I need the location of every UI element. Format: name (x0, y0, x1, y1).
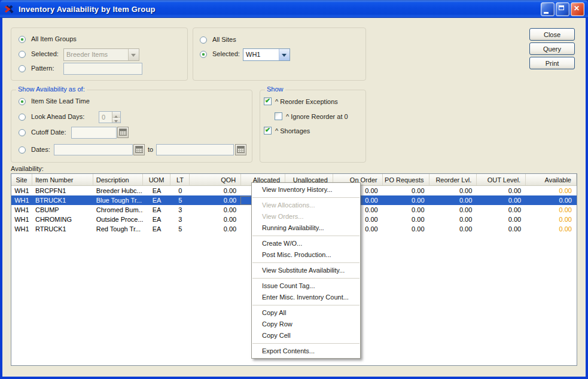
menu-item-copy-all[interactable]: Copy All (252, 307, 360, 319)
dialog-window: All Item Groups Selected: Breeder Items … (0, 0, 588, 379)
column-header-reorder-lvl[interactable]: Reorder Lvl. (429, 174, 477, 185)
minimize-button[interactable] (541, 2, 555, 16)
calendar-icon (237, 146, 245, 153)
table-cell[interactable]: 5 (170, 225, 190, 233)
table-cell[interactable]: 0.00 (190, 206, 241, 213)
table-cell[interactable]: 0.00 (526, 225, 577, 233)
all-item-groups-radio[interactable] (19, 36, 26, 43)
table-cell[interactable]: 0.00 (190, 216, 241, 223)
column-header-uom[interactable]: UOM (143, 174, 171, 185)
shortages-checkbox[interactable] (264, 127, 272, 135)
item-group-pattern-radio[interactable] (19, 65, 26, 72)
column-header-po-requests[interactable]: PO Requests (383, 174, 429, 185)
item-group-pattern-input (63, 63, 142, 75)
table-cell[interactable]: EA (143, 187, 171, 194)
cutoff-date-radio[interactable] (19, 129, 26, 136)
look-ahead-days-radio[interactable] (19, 114, 26, 121)
table-cell[interactable]: Outside Proce... (93, 216, 143, 223)
site-combobox[interactable]: WH1 (243, 48, 290, 61)
table-cell[interactable]: 3 (170, 216, 190, 223)
table-cell[interactable]: BTRUCK1 (32, 197, 93, 204)
ignore-reorder-checkbox[interactable] (275, 112, 282, 120)
column-header-out-level[interactable]: OUT Level. (477, 174, 526, 185)
table-cell[interactable]: BRCPFN1 (32, 187, 93, 194)
table-cell[interactable]: 0.00 (429, 225, 477, 233)
table-cell[interactable]: EA (143, 206, 171, 213)
menu-item-post-misc-production[interactable]: Post Misc. Production... (252, 249, 360, 261)
item-group-selected-radio[interactable] (19, 51, 26, 58)
table-cell[interactable]: 0.00 (190, 225, 241, 233)
menu-separator (252, 236, 359, 236)
print-button[interactable]: Print (529, 57, 575, 69)
close-button[interactable]: Close (529, 28, 575, 41)
table-cell[interactable]: 0.00 (526, 216, 577, 223)
table-cell[interactable]: 0.00 (383, 225, 429, 233)
table-cell[interactable]: Chromed Bum... (93, 206, 143, 213)
table-cell[interactable]: WH1 (11, 197, 32, 204)
item-site-lead-time-radio[interactable] (19, 98, 26, 105)
all-sites-radio[interactable] (200, 36, 207, 44)
table-cell[interactable]: Breeder Hubc... (93, 187, 143, 194)
item-group-combobox-value: Breeder Items (64, 49, 128, 60)
site-selected-label: Selected: (212, 50, 240, 57)
menu-item-copy-cell[interactable]: Copy Cell (252, 330, 360, 341)
table-cell[interactable]: EA (143, 225, 171, 233)
table-cell[interactable]: 3 (170, 206, 190, 213)
table-cell[interactable]: 0.00 (190, 197, 241, 204)
table-cell[interactable]: Blue Tough Tr... (93, 197, 143, 204)
app-logo-icon (4, 4, 14, 14)
column-header-site[interactable]: Site (11, 174, 32, 185)
table-cell[interactable]: CHROMING (32, 216, 93, 223)
table-cell[interactable]: EA (143, 197, 171, 204)
table-cell[interactable]: 0.00 (429, 206, 477, 213)
column-header-item-number[interactable]: Item Number (32, 174, 93, 185)
reorder-exceptions-checkbox[interactable] (264, 97, 272, 105)
table-cell[interactable]: 0 (170, 187, 190, 194)
menu-item-create-w-o[interactable]: Create W/O... (252, 238, 360, 249)
table-cell[interactable]: 0.00 (429, 187, 477, 194)
table-cell[interactable]: 0.00 (383, 206, 429, 213)
maximize-button[interactable] (556, 2, 569, 16)
menu-item-enter-misc-inventory-count[interactable]: Enter Misc. Inventory Count... (252, 292, 360, 303)
table-cell[interactable]: WH1 (11, 187, 32, 194)
site-selected-radio[interactable] (200, 51, 207, 58)
table-cell[interactable]: Red Tough Tr... (93, 225, 143, 233)
column-header-description[interactable]: Description (93, 174, 143, 185)
menu-item-running-availability[interactable]: Running Availability... (252, 222, 360, 234)
table-cell[interactable]: 0.00 (477, 197, 526, 204)
column-header-available[interactable]: Available (526, 174, 577, 185)
menu-item-copy-row[interactable]: Copy Row (252, 319, 360, 330)
menu-item-export-contents[interactable]: Export Contents... (252, 346, 360, 357)
table-cell[interactable]: 0.00 (477, 225, 526, 233)
menu-item-issue-count-tag[interactable]: Issue Count Tag... (252, 280, 360, 292)
table-cell[interactable]: 0.00 (477, 216, 526, 223)
window-close-button[interactable] (571, 2, 584, 16)
titlebar[interactable]: Inventory Availability by Item Group (0, 0, 588, 18)
table-cell[interactable]: RTRUCK1 (32, 225, 93, 233)
column-header-lt[interactable]: LT (170, 174, 190, 185)
table-cell[interactable]: 0.00 (477, 206, 526, 213)
table-cell[interactable]: 0.00 (383, 216, 429, 223)
dates-radio[interactable] (19, 146, 26, 154)
chevron-down-icon[interactable] (279, 49, 290, 60)
dates-to-input (156, 144, 234, 155)
table-cell[interactable]: EA (143, 216, 171, 223)
table-cell[interactable]: 5 (170, 197, 190, 204)
table-cell[interactable]: 0.00 (429, 216, 477, 223)
menu-item-view-inventory-history[interactable]: View Inventory History... (252, 184, 360, 195)
table-cell[interactable]: 0.00 (526, 187, 577, 194)
query-button[interactable]: Query (529, 42, 575, 55)
table-cell[interactable]: 0.00 (429, 197, 477, 204)
table-cell[interactable]: 0.00 (383, 197, 429, 204)
table-cell[interactable]: 0.00 (383, 187, 429, 194)
table-cell[interactable]: 0.00 (526, 206, 577, 213)
table-cell[interactable]: WH1 (11, 225, 32, 233)
table-cell[interactable]: 0.00 (190, 187, 241, 194)
table-cell[interactable]: 0.00 (477, 187, 526, 194)
table-cell[interactable]: 0.00 (526, 197, 577, 204)
table-cell[interactable]: CBUMP (32, 206, 93, 213)
table-cell[interactable]: WH1 (11, 216, 32, 223)
menu-item-view-substitute-availability[interactable]: View Substitute Availability... (252, 265, 360, 276)
column-header-qoh[interactable]: QOH (190, 174, 241, 185)
table-cell[interactable]: WH1 (11, 206, 32, 213)
